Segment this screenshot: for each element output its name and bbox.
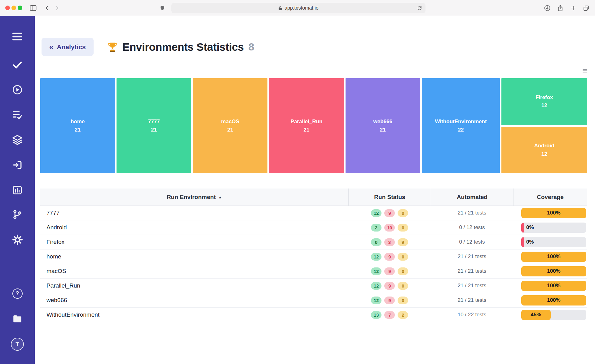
skipped-count-badge: 0 bbox=[398, 297, 408, 304]
treemap-block-macos[interactable]: macOS21 bbox=[193, 78, 267, 173]
treemap-block-withoutenvironment[interactable]: WithoutEnvironment22 bbox=[422, 78, 500, 173]
coverage-bar: 100% bbox=[521, 252, 586, 262]
chart-context-menu-icon[interactable] bbox=[582, 68, 588, 73]
coverage-bar: 100% bbox=[521, 208, 586, 218]
sidebar: ? T bbox=[0, 16, 35, 364]
automated-cell: 21 / 21 tests bbox=[431, 297, 513, 303]
automated-cell: 21 / 21 tests bbox=[431, 254, 513, 260]
shield-extension-icon[interactable] bbox=[158, 4, 166, 12]
settings-gear-icon[interactable] bbox=[0, 235, 35, 245]
table-row-Android[interactable]: Android 2 10 0 0 / 12 tests 0% bbox=[40, 220, 587, 235]
treemap-block-home[interactable]: home21 bbox=[40, 78, 115, 173]
share-icon[interactable] bbox=[556, 4, 564, 12]
coverage-bar: 0% bbox=[521, 223, 586, 233]
skipped-count-badge: 0 bbox=[398, 267, 408, 275]
table-row-Parallel_Run[interactable]: Parallel_Run 12 9 0 21 / 21 tests 100% bbox=[40, 279, 587, 293]
treemap-block-7777[interactable]: 777721 bbox=[117, 78, 191, 173]
forward-icon[interactable] bbox=[53, 4, 61, 12]
environments-count: 8 bbox=[249, 41, 254, 53]
env-name[interactable]: Parallel_Run bbox=[40, 282, 348, 289]
projects-folder-icon[interactable] bbox=[0, 314, 35, 324]
back-to-analytics-button[interactable]: « Analytics bbox=[42, 38, 94, 56]
run-report-list-check-icon[interactable] bbox=[0, 110, 35, 120]
minimize-button[interactable] bbox=[11, 6, 16, 10]
back-button-label: Analytics bbox=[57, 43, 86, 51]
coverage-cell: 100% bbox=[513, 208, 587, 218]
failed-count-badge: 9 bbox=[384, 253, 395, 261]
coverage-bar-fill bbox=[521, 223, 524, 233]
coverage-cell: 100% bbox=[513, 266, 587, 276]
column-header-coverage[interactable]: Coverage bbox=[513, 188, 587, 206]
env-name[interactable]: Android bbox=[40, 224, 348, 231]
column-label: Coverage bbox=[537, 194, 564, 201]
table-row-7777[interactable]: 7777 12 9 0 21 / 21 tests 100% bbox=[40, 206, 587, 220]
help-icon[interactable]: ? bbox=[0, 288, 35, 299]
treemap-block-label: home21 bbox=[71, 118, 85, 134]
git-branch-icon[interactable] bbox=[0, 209, 35, 220]
column-label: Run Status bbox=[374, 194, 405, 201]
treemap-block-label: macOS21 bbox=[221, 118, 240, 134]
column-label: Automated bbox=[457, 194, 487, 201]
user-avatar[interactable]: T bbox=[0, 338, 35, 351]
refresh-icon[interactable] bbox=[417, 5, 422, 11]
coverage-cell: 100% bbox=[513, 295, 587, 306]
coverage-bar: 100% bbox=[521, 295, 586, 306]
automated-cell: 10 / 22 tests bbox=[431, 312, 513, 318]
column-header-run-environment[interactable]: Run Environment ▲ bbox=[40, 188, 348, 206]
new-tab-icon[interactable] bbox=[569, 4, 577, 12]
menu-icon[interactable] bbox=[0, 31, 35, 42]
table-row-WithoutEnvironment[interactable]: WithoutEnvironment 13 7 2 10 / 22 tests … bbox=[40, 308, 587, 322]
suites-layers-icon[interactable] bbox=[0, 134, 35, 145]
table-row-home[interactable]: home 12 9 0 21 / 21 tests 100% bbox=[40, 249, 587, 264]
skipped-count-badge: 0 bbox=[398, 282, 408, 290]
analytics-chart-icon[interactable] bbox=[0, 185, 35, 195]
tabs-overview-icon[interactable] bbox=[582, 4, 590, 12]
downloads-icon[interactable] bbox=[543, 4, 551, 12]
treemap-block-parallel_run[interactable]: Parallel_Run21 bbox=[269, 78, 344, 173]
treemap-block-label: WithoutEnvironment22 bbox=[435, 118, 487, 134]
table-row-web666[interactable]: web666 12 9 0 21 / 21 tests 100% bbox=[40, 293, 587, 308]
env-name[interactable]: home bbox=[40, 253, 348, 260]
env-name[interactable]: Firefox bbox=[40, 239, 348, 245]
failed-count-badge: 9 bbox=[384, 297, 395, 304]
zoom-button[interactable] bbox=[18, 6, 22, 10]
lock-icon bbox=[278, 6, 282, 11]
close-button[interactable] bbox=[5, 6, 10, 10]
column-header-run-status[interactable]: Run Status bbox=[348, 188, 431, 206]
table-row-macOS[interactable]: macOS 12 9 0 21 / 21 tests 100% bbox=[40, 264, 587, 279]
back-icon[interactable] bbox=[43, 4, 51, 12]
coverage-label: 100% bbox=[521, 208, 586, 218]
column-header-automated[interactable]: Automated bbox=[431, 188, 513, 206]
coverage-cell: 0% bbox=[513, 223, 587, 233]
env-name[interactable]: macOS bbox=[40, 268, 348, 275]
treemap-block-android[interactable]: Android12 bbox=[501, 127, 587, 174]
sidebar-toggle-icon[interactable] bbox=[29, 4, 37, 12]
treemap-block-label: Parallel_Run21 bbox=[291, 118, 323, 134]
env-name[interactable]: web666 bbox=[40, 297, 348, 304]
tests-check-icon[interactable] bbox=[0, 59, 35, 70]
automated-cell: 21 / 21 tests bbox=[431, 210, 513, 216]
env-name[interactable]: 7777 bbox=[40, 210, 348, 216]
run-status-cell: 0 3 9 bbox=[348, 238, 431, 246]
browser-chrome: app.testomat.io bbox=[0, 0, 595, 16]
treemap-block-web666[interactable]: web66621 bbox=[346, 78, 420, 173]
table-row-Firefox[interactable]: Firefox 0 3 9 0 / 12 tests 0% bbox=[40, 235, 587, 249]
coverage-bar: 100% bbox=[521, 281, 586, 291]
coverage-label: 100% bbox=[521, 266, 586, 276]
run-status-cell: 12 9 0 bbox=[348, 253, 431, 261]
passed-count-badge: 2 bbox=[371, 224, 381, 232]
table-body: 7777 12 9 0 21 / 21 tests 100% Android 2… bbox=[40, 206, 587, 322]
runs-play-icon[interactable] bbox=[0, 84, 35, 95]
help-question-glyph: ? bbox=[12, 288, 23, 299]
coverage-cell: 0% bbox=[513, 237, 587, 247]
url-bar[interactable]: app.testomat.io bbox=[171, 3, 425, 13]
coverage-label: 45% bbox=[521, 310, 551, 320]
import-icon[interactable] bbox=[0, 160, 35, 170]
run-status-cell: 12 9 0 bbox=[348, 267, 431, 275]
env-name[interactable]: WithoutEnvironment bbox=[40, 311, 348, 318]
main-content: « Analytics Environments Statistics 8 ho… bbox=[35, 16, 595, 364]
coverage-label: 0% bbox=[526, 223, 534, 233]
treemap-block-firefox[interactable]: Firefox12 bbox=[501, 78, 587, 125]
environments-table: Run Environment ▲ Run Status Automated C… bbox=[40, 188, 587, 322]
column-label: Run Environment bbox=[167, 194, 216, 201]
